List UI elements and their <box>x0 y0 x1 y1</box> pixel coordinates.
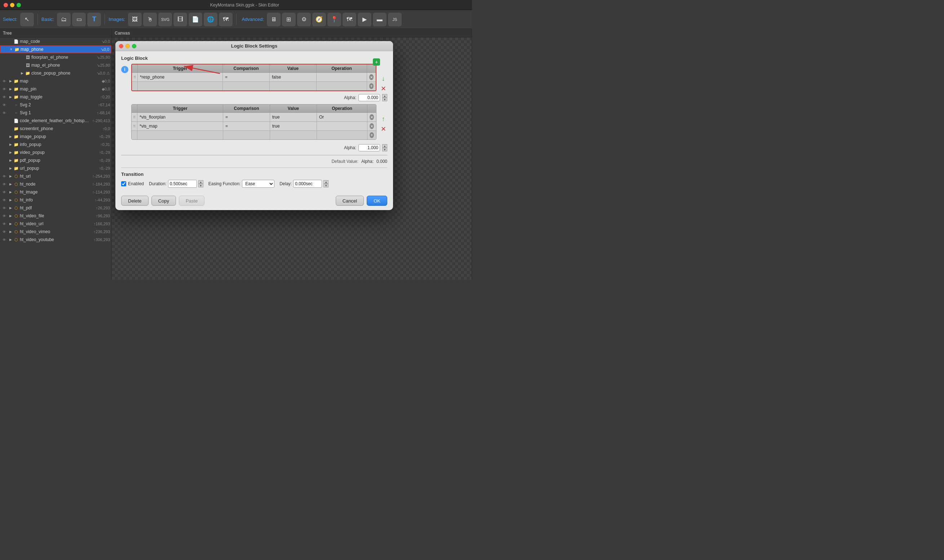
drag-handle2[interactable]: ⠿ <box>132 113 137 122</box>
tree-row[interactable]: 👁 🖼 map_el_phone ↘25,80 <box>0 61 111 69</box>
tree-row[interactable]: 👁 ▶ ⬡ ht_url ↑-254,293 <box>0 172 111 180</box>
tree-row[interactable]: 👁 ▶ 📁 map ◆0,0 <box>0 77 111 85</box>
expander[interactable]: ▶ <box>8 134 12 139</box>
tree-row[interactable]: 👁 ▶ ⬡ ht_image ↑-114,293 <box>0 188 111 196</box>
cursor-tool-button[interactable]: 🖱 <box>143 12 157 26</box>
tree-row[interactable]: 👁 ▶ 📁 video_popup ↑0,-29 <box>0 148 111 156</box>
duration-input[interactable] <box>168 180 197 188</box>
alpha2-down[interactable]: ▼ <box>382 148 387 151</box>
eye-icon[interactable]: 👁 <box>2 221 7 227</box>
tree-content[interactable]: 👁 📄 map_code ↘0,0 👁 ▼ 📁 map_phone ↘0,0 <box>0 37 111 280</box>
dialog-max-button[interactable] <box>132 44 136 48</box>
tree-row[interactable]: 👁 ▶ ⬡ ht_video_url ↑166,293 <box>0 220 111 228</box>
play-tool-button[interactable]: ▶ <box>358 12 372 26</box>
tree-row[interactable]: 👁 ↔ Svg 2 ↑67,14 <box>0 101 111 109</box>
globe-tool-button[interactable]: 🌐 <box>204 12 217 26</box>
alpha1-down[interactable]: ▼ <box>382 98 387 101</box>
eye-icon[interactable]: 👁 <box>2 229 7 235</box>
expander[interactable]: ▼ <box>9 47 13 52</box>
eye-icon[interactable]: 👁 <box>2 173 7 179</box>
select-tool-button[interactable]: ↖ <box>20 12 34 26</box>
tree-row[interactable]: 👁 📁 screentint_phone ↑0,0 <box>0 125 111 132</box>
expander[interactable]: ▶ <box>8 190 12 194</box>
alpha2-input[interactable] <box>358 144 380 151</box>
tree-row[interactable]: 👁 ▶ ⬡ ht_video_file ↑96,293 <box>0 212 111 220</box>
tree-row-map-phone[interactable]: 👁 ▼ 📁 map_phone ↘0,0 <box>0 45 111 53</box>
close-traffic-light[interactable] <box>4 3 8 7</box>
image-tool-button[interactable]: 🖼 <box>128 12 142 26</box>
copy-button[interactable]: Copy <box>151 196 176 206</box>
expander[interactable]: ▶ <box>8 79 12 83</box>
delay-input[interactable] <box>293 180 322 188</box>
cancel-button[interactable]: Cancel <box>336 196 364 206</box>
text-tool-button[interactable]: T <box>87 12 101 26</box>
expander[interactable]: ▶ <box>8 206 12 210</box>
expander[interactable] <box>8 103 12 107</box>
alpha2-up[interactable]: ▲ <box>382 144 387 148</box>
eye-icon[interactable]: 👁 <box>2 205 7 211</box>
drag-handle[interactable]: ⠿ <box>132 73 138 82</box>
tree-row[interactable]: 👁 ↔ Svg 1 ↑-68,14 <box>0 109 111 117</box>
easing-select[interactable]: Ease Linear Ease In Ease Out <box>242 180 275 188</box>
delay-down[interactable]: ▼ <box>324 184 329 188</box>
delay-up[interactable]: ▲ <box>324 180 329 184</box>
ok-button[interactable]: OK <box>367 196 387 206</box>
tree-row[interactable]: 👁 ▶ 📁 map_pin ◆0,0 <box>0 85 111 93</box>
tree-row[interactable]: 👁 📄 map_code ↘0,0 <box>0 37 111 45</box>
eye-icon[interactable]: 👁 <box>2 94 7 100</box>
eye-icon[interactable]: 👁 <box>2 86 7 92</box>
expander[interactable]: ▶ <box>8 174 12 178</box>
expander[interactable]: ▶ <box>8 237 12 242</box>
compass-tool-button[interactable]: 🧭 <box>312 12 326 26</box>
expander[interactable]: ▶ <box>8 142 12 147</box>
js-tool-button[interactable]: JS <box>388 12 402 26</box>
duration-up[interactable]: ▲ <box>198 180 204 184</box>
remove-row-button[interactable]: ✕ <box>369 74 373 80</box>
table1-down-button[interactable]: ↓ <box>379 75 387 83</box>
mapview-tool-button[interactable]: 🗺 <box>342 12 356 26</box>
tree-row[interactable]: 👁 ▶ 📁 close_popup_phone ↘0,0 ⚠ <box>0 69 111 77</box>
expander[interactable]: ▶ <box>8 150 12 155</box>
add-row2-button[interactable]: + <box>370 132 374 138</box>
max-traffic-light[interactable] <box>17 3 21 7</box>
delete-button[interactable]: Delete <box>121 196 148 206</box>
add-row-button[interactable]: + <box>369 83 373 89</box>
expander[interactable] <box>8 126 12 131</box>
eye-icon[interactable]: 👁 <box>2 213 7 219</box>
expander[interactable] <box>8 118 12 123</box>
bar-tool-button[interactable]: ▬ <box>373 12 387 26</box>
expander[interactable] <box>8 39 12 44</box>
expander[interactable]: ▶ <box>8 198 12 202</box>
tree-row[interactable]: 👁 ▶ 📁 info_popup ↑0,31 <box>0 140 111 148</box>
pin-tool-button[interactable]: 📍 <box>327 12 341 26</box>
monitor-tool-button[interactable]: 🖥 <box>267 12 281 26</box>
expander[interactable] <box>20 63 24 68</box>
eye-icon[interactable]: 👁 <box>2 110 7 116</box>
tree-row[interactable]: 👁 📄 code_element_feather_orb_hotspot_com… <box>0 117 111 125</box>
rect-tool-button[interactable]: ▭ <box>72 12 86 26</box>
map-tool-button[interactable]: 🗺 <box>219 12 233 26</box>
table1-remove-button[interactable]: ✕ <box>379 85 387 92</box>
drag-handle3[interactable]: ⠿ <box>132 122 137 131</box>
tree-row[interactable]: 👁 ▶ ⬡ ht_pdf ↑26,293 <box>0 204 111 212</box>
tree-row[interactable]: 👁 🖼 floorplan_el_phone ↘25,80 <box>0 53 111 61</box>
canvas-background[interactable]: Logic Block Settings Logic Block i <box>112 37 472 280</box>
tree-row[interactable]: 👁 ▶ 📁 pdf_popup ↑0,-29 <box>0 156 111 164</box>
eye-icon[interactable]: 👁 <box>2 197 7 203</box>
tree-row[interactable]: 👁 ▶ ⬡ ht_video_vimeo ↑236,293 <box>0 228 111 236</box>
dialog-min-button[interactable] <box>125 44 130 48</box>
grid-tool-button[interactable]: ⊞ <box>282 12 296 26</box>
expander[interactable]: ▶ <box>8 166 12 171</box>
eye-icon[interactable]: 👁 <box>2 181 7 187</box>
min-traffic-light[interactable] <box>10 3 14 7</box>
svg-tool-button[interactable]: SVG <box>158 12 172 26</box>
expander[interactable] <box>8 111 12 115</box>
eye-icon[interactable]: 👁 <box>2 189 7 195</box>
expander[interactable]: ▶ <box>8 229 12 234</box>
tree-row[interactable]: 👁 ▶ 📁 url_popup ↑0,-29 <box>0 164 111 172</box>
remove-row2-button[interactable]: ✕ <box>370 114 374 120</box>
duration-down[interactable]: ▼ <box>198 184 204 188</box>
alpha1-input[interactable] <box>358 94 380 101</box>
expander[interactable]: ▶ <box>20 71 24 75</box>
expander[interactable]: ▶ <box>8 182 12 186</box>
